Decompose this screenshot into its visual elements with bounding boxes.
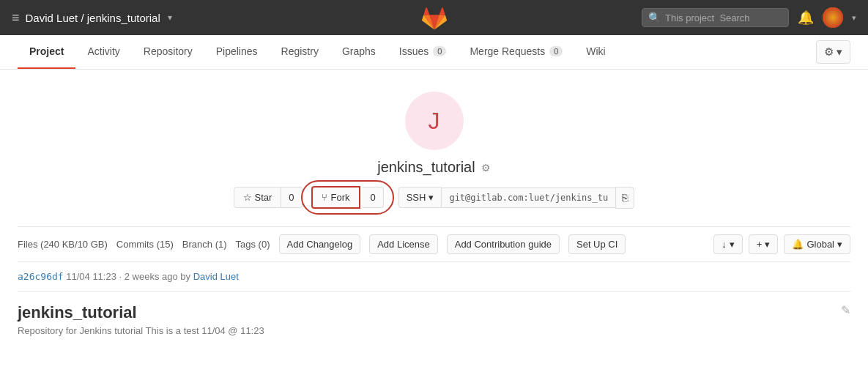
fork-count: 0: [363, 187, 383, 208]
repo-title-section: jenkins_tutorial Repository for Jenkins …: [18, 292, 850, 342]
ssh-dropdown-button[interactable]: SSH ▾: [398, 187, 442, 208]
global-chevron-icon: ▾: [837, 239, 842, 250]
notifications-dropdown[interactable]: 🔔 Global ▾: [784, 234, 850, 254]
star-button[interactable]: ☆ Star: [234, 187, 281, 208]
fork-button[interactable]: ⑂ Fork: [311, 186, 360, 209]
navbar-right: 🔍 🔔 ▾: [448, 7, 857, 28]
add-chevron-icon: ▾: [765, 239, 770, 250]
fork-icon: ⑂: [322, 192, 327, 203]
tab-project[interactable]: Project: [18, 35, 75, 69]
files-stat[interactable]: Files (240 KB/10 GB): [18, 239, 108, 250]
tab-activity[interactable]: Activity: [75, 35, 131, 69]
commit-info: a26c96df 11/04 11:23 · 2 weeks ago by Da…: [18, 262, 850, 292]
add-file-dropdown[interactable]: + ▾: [749, 234, 779, 254]
project-header: J jenkins_tutorial ⚙ ☆ Star 0 ⑂ Fork 0: [18, 92, 850, 209]
tab-issues[interactable]: Issues 0: [387, 35, 459, 69]
add-contribution-button[interactable]: Add Contribution guide: [447, 234, 560, 254]
repo-description: Repository for Jenkins tutorial This is …: [18, 325, 264, 336]
project-title: jenkins_tutorial: [377, 159, 475, 176]
star-count: 0: [281, 187, 302, 208]
toolbar-right: ↓ ▾ + ▾ 🔔 Global ▾: [713, 234, 850, 254]
user-avatar-icon: [823, 7, 843, 28]
repo-title: jenkins_tutorial: [18, 303, 264, 322]
repo-info: jenkins_tutorial Repository for Jenkins …: [18, 303, 264, 336]
tab-repository[interactable]: Repository: [132, 35, 204, 69]
settings-button[interactable]: ⚙ ▾: [816, 40, 850, 64]
tab-pipelines[interactable]: Pipelines: [204, 35, 270, 69]
brand-chevron-icon[interactable]: ▾: [168, 12, 172, 23]
gitlab-logo: [421, 4, 448, 31]
setup-ci-button[interactable]: Set Up CI: [568, 234, 626, 254]
commit-author-link[interactable]: David Luet: [193, 271, 239, 282]
navbar-center: [421, 4, 448, 31]
gear-chevron-icon: ▾: [837, 45, 842, 59]
project-settings-icon[interactable]: ⚙: [481, 162, 491, 174]
copy-url-button[interactable]: ⎘: [615, 187, 634, 209]
issues-badge: 0: [433, 46, 446, 56]
add-license-button[interactable]: Add License: [369, 234, 438, 254]
user-menu-chevron-icon[interactable]: ▾: [852, 13, 856, 23]
repo-toolbar: Files (240 KB/10 GB) Commits (15) Branch…: [18, 226, 850, 262]
notifications-bell-icon: 🔔: [792, 239, 804, 250]
tab-graphs[interactable]: Graphs: [330, 35, 387, 69]
subnav-right: ⚙ ▾: [816, 40, 850, 64]
tab-merge-requests[interactable]: Merge Requests 0: [458, 35, 574, 69]
commit-time-text: 11/04 11:23 · 2 weeks ago by: [66, 271, 190, 282]
gear-icon: ⚙: [824, 45, 834, 59]
subnav: Project Activity Repository Pipelines Re…: [0, 35, 868, 70]
commits-stat[interactable]: Commits (15): [116, 239, 174, 250]
user-avatar[interactable]: [823, 7, 843, 28]
navbar-brand[interactable]: David Luet / jenkins_tutorial: [26, 12, 160, 24]
download-chevron-icon: ▾: [730, 239, 735, 250]
ssh-url-display: git@gitlab.com:luet/jenkins_tu: [441, 188, 615, 208]
plus-icon: +: [757, 239, 763, 250]
tab-wiki[interactable]: Wiki: [574, 35, 617, 69]
add-changelog-button[interactable]: Add Changelog: [279, 234, 361, 254]
download-icon: ↓: [722, 239, 727, 250]
search-icon: 🔍: [648, 12, 661, 23]
edit-icon[interactable]: ✎: [841, 303, 850, 317]
bell-icon[interactable]: 🔔: [798, 10, 814, 26]
star-group: ☆ Star 0: [234, 187, 303, 208]
search-input[interactable]: [665, 12, 782, 23]
fork-group: ⑂ Fork 0: [311, 186, 384, 209]
download-dropdown[interactable]: ↓ ▾: [713, 234, 743, 254]
navbar-left: ≡ David Luet / jenkins_tutorial ▾: [12, 10, 421, 26]
tags-stat[interactable]: Tags (0): [236, 239, 270, 250]
ssh-chevron-icon: ▾: [429, 192, 434, 203]
search-box: 🔍: [642, 8, 789, 27]
ssh-group: SSH ▾ git@gitlab.com:luet/jenkins_tu ⎘: [398, 187, 634, 209]
main-content: J jenkins_tutorial ⚙ ☆ Star 0 ⑂ Fork 0: [0, 70, 868, 357]
hamburger-icon[interactable]: ≡: [12, 10, 20, 26]
tab-registry[interactable]: Registry: [270, 35, 330, 69]
merge-requests-badge: 0: [549, 46, 563, 56]
branch-stat[interactable]: Branch (1): [182, 239, 227, 250]
svg-point-0: [823, 7, 843, 28]
action-buttons: ☆ Star 0 ⑂ Fork 0 SSH ▾ git@gitlab.com:l…: [234, 186, 634, 209]
commit-hash-link[interactable]: a26c96df: [18, 271, 64, 282]
project-name-row: jenkins_tutorial ⚙: [377, 159, 490, 176]
project-avatar: J: [405, 92, 464, 150]
navbar: ≡ David Luet / jenkins_tutorial ▾ 🔍 🔔 ▾: [0, 0, 868, 35]
